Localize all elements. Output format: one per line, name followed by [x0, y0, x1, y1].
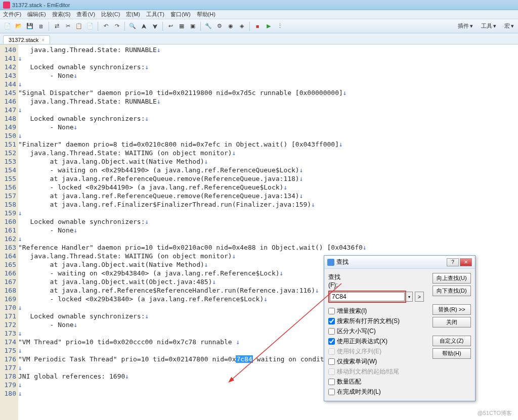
undo-icon[interactable]: ↶: [101, 22, 110, 31]
menu-item[interactable]: 窗口(W): [170, 11, 191, 18]
separator: [200, 22, 201, 31]
eol-marker: ↓: [18, 304, 22, 311]
app-icon: [3, 2, 10, 9]
save-all-icon[interactable]: 🗎: [36, 22, 46, 31]
close-icon[interactable]: ×: [41, 37, 45, 43]
option-label: 在完成时关闭(L): [337, 388, 381, 396]
close-icon[interactable]: ✕: [460, 258, 472, 266]
line-number: 175: [0, 346, 18, 355]
eol-marker: ↓: [232, 252, 236, 260]
open-icon[interactable]: 📂: [14, 22, 23, 31]
line-number: 177: [0, 363, 18, 372]
eol-marker: ↓: [74, 226, 78, 234]
help-button-icon[interactable]: ?: [447, 258, 459, 266]
code-line: at java.lang.ref.ReferenceQueue.remove(R…: [18, 192, 518, 200]
checkbox[interactable]: [328, 328, 335, 335]
checkbox[interactable]: [328, 358, 335, 365]
save-icon[interactable]: 💾: [25, 22, 34, 31]
custom-button[interactable]: 自定义(Z): [433, 336, 471, 346]
menu-item[interactable]: 比较(C): [101, 11, 120, 18]
tools-label[interactable]: 工具 ▾: [481, 22, 496, 30]
checkbox[interactable]: [328, 389, 335, 395]
macro-play-icon[interactable]: ▶: [264, 22, 273, 31]
toolbar: 📄 📂 💾 🗎 ⇄ ✂ 📋 📄 ↶ ↷ 🔍 ⮝ ⮟ ↩ ▦ ▣ 🔧 ⚙ ◉ ◈ …: [0, 19, 518, 33]
tool4-icon[interactable]: ◈: [237, 22, 246, 31]
close-button[interactable]: 关闭: [433, 317, 471, 328]
find-prev-icon[interactable]: ⮝: [139, 22, 148, 31]
redo-icon[interactable]: ↷: [112, 22, 121, 31]
eol-marker: ↓: [311, 201, 315, 208]
code-line: ↓: [18, 106, 518, 114]
code-line: ↓: [18, 54, 518, 63]
toolbar-right-labels: 插件 ▾ 工具 ▾ 宏 ▾: [458, 22, 514, 30]
line-number: 178: [0, 372, 18, 381]
code-line: - None↓: [18, 71, 518, 80]
line-number: 159: [0, 209, 18, 217]
menu-bar[interactable]: 文件(F)编辑(E)搜索(S)查看(V)比较(C)宏(M)工具(T)窗口(W)帮…: [0, 10, 518, 19]
mode-icon[interactable]: ▦: [177, 22, 186, 31]
find-option: 移动到文档的起始/结尾: [328, 366, 471, 377]
find-input[interactable]: [330, 292, 405, 301]
eol-marker: ↓: [236, 338, 240, 346]
copy-icon[interactable]: 📋: [74, 22, 83, 31]
macros-label[interactable]: 宏 ▾: [504, 22, 514, 30]
menu-item[interactable]: 文件(F): [3, 11, 21, 18]
wrap-icon[interactable]: ↩: [166, 22, 175, 31]
macro-rec-icon[interactable]: ■: [253, 22, 262, 31]
checkbox[interactable]: [328, 379, 335, 385]
chevron-down-icon: ▾: [470, 23, 473, 29]
eol-marker: ↓: [125, 372, 129, 380]
cut-icon[interactable]: ✂: [63, 22, 72, 31]
code-line: java.lang.Thread.State: RUNNABLE↓: [18, 45, 518, 54]
line-number: 160: [0, 217, 18, 226]
menu-item[interactable]: 查看(V): [76, 11, 95, 18]
view-icon[interactable]: ▣: [188, 22, 197, 31]
new-icon[interactable]: 📄: [3, 22, 12, 31]
option-label: 区分大小写(C): [337, 327, 376, 336]
checkbox[interactable]: [328, 338, 335, 345]
find-dialog: 查找 ? ✕ 查找(F): ▾ > 增量搜索(I)搜索所有打开的文档(S)区分大…: [324, 255, 476, 401]
paste-icon[interactable]: 📄: [85, 22, 95, 31]
line-number: 141: [0, 54, 18, 63]
eol-marker: ↓: [145, 115, 149, 122]
separator: [162, 22, 163, 31]
plugins-label[interactable]: 插件 ▾: [458, 22, 473, 30]
find-more-icon[interactable]: >: [415, 292, 424, 302]
line-number: 165: [0, 260, 18, 269]
line-number: 176: [0, 355, 18, 363]
eol-marker: ↓: [74, 123, 78, 131]
find-up-button[interactable]: 向上查找(U): [433, 273, 471, 284]
tool3-icon[interactable]: ◉: [226, 22, 235, 31]
menu-item[interactable]: 编辑(E): [27, 11, 46, 18]
dropdown-icon[interactable]: ▾: [406, 292, 413, 302]
separator: [249, 22, 250, 31]
find-icon[interactable]: 🔍: [128, 22, 137, 31]
eol-marker: ↓: [145, 312, 149, 320]
option-label: 数量匹配: [337, 378, 361, 386]
eol-marker: ↓: [343, 89, 347, 97]
menu-item[interactable]: 工具(T): [146, 11, 164, 18]
find-dialog-titlebar[interactable]: 查找 ? ✕: [324, 256, 475, 269]
menu-item[interactable]: 宏(M): [126, 11, 140, 18]
find-down-button[interactable]: 向下查找(D): [433, 286, 471, 296]
line-number: 169: [0, 295, 18, 303]
macro-list-icon[interactable]: ⋮: [275, 22, 284, 31]
find-option[interactable]: 在完成时关闭(L): [328, 387, 471, 397]
find-option[interactable]: 数量匹配: [328, 377, 471, 387]
menu-item[interactable]: 帮助(H): [197, 11, 215, 18]
document-tab[interactable]: 31372.stack ×: [3, 35, 50, 44]
replace-button[interactable]: 替换(R) >>: [433, 304, 471, 315]
help-button[interactable]: 帮助(H): [433, 348, 471, 359]
eol-marker: ↓: [145, 218, 149, 225]
tool1-icon[interactable]: 🔧: [204, 22, 213, 31]
menu-item[interactable]: 搜索(S): [52, 11, 71, 18]
window-title: 31372.stack - EmEditor: [12, 2, 70, 8]
option-label: 移动到文档的起始/结尾: [337, 367, 399, 376]
checkbox[interactable]: [328, 318, 335, 324]
eol-marker: ↓: [157, 46, 161, 54]
find-next-icon[interactable]: ⮟: [150, 22, 159, 31]
compare-icon[interactable]: ⇄: [52, 22, 61, 31]
checkbox[interactable]: [328, 308, 335, 314]
tool2-icon[interactable]: ⚙: [215, 22, 224, 31]
code-line: java.lang.Thread.State: RUNNABLE↓: [18, 97, 518, 106]
